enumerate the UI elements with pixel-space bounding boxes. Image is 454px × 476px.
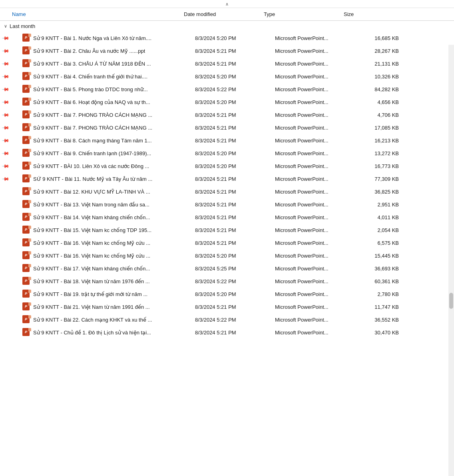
file-date-cell: 8/3/2024 5:21 PM: [195, 189, 275, 195]
scrollbar-track[interactable]: [448, 45, 454, 476]
table-row[interactable]: P Sử 9 KNTT - Bài 16. Việt Nam kc chống …: [0, 249, 454, 262]
pin-icon: 📌: [0, 138, 11, 143]
table-row[interactable]: P Sử 9 KNTT - Bài 21. Việt Nam từ năm 19…: [0, 300, 454, 313]
pin-icon: 📌: [0, 86, 11, 92]
table-row[interactable]: 📌 P SỬ 9 KNTT - Bài 11. Nước Mỹ và Tây Â…: [0, 172, 454, 185]
ppt-file-icon: P: [22, 315, 31, 324]
file-name-cell: P Sử 9 KNTT - Bài 17. Việt Nam kháng chi…: [11, 264, 195, 273]
section-chevron-icon: ∨: [4, 24, 7, 29]
file-name-text: Sử 9 KNTT - Bài 4. Chiến tranh thế giới …: [33, 74, 147, 80]
section-label[interactable]: ∨ Last month: [0, 21, 454, 32]
file-date-cell: 8/3/2024 5:21 PM: [195, 61, 275, 67]
section-label-text: Last month: [10, 23, 35, 29]
file-name-text: Sử 9 KNTT - Bài 16. Việt Nam kc chống Mỹ…: [33, 240, 150, 246]
column-header-size[interactable]: Size: [344, 11, 396, 17]
file-date-cell: 8/3/2024 5:20 PM: [195, 35, 275, 41]
file-size-cell: 36,693 KB: [355, 266, 407, 272]
table-row[interactable]: 📌 P Sử 9 KNTT - Bài 5. Phong trào DTDC t…: [0, 83, 454, 96]
file-name-text: Sử 9 KNTT - Bài 1. Nước Nga và Liên Xô t…: [33, 35, 151, 41]
table-row[interactable]: P Sử 9 KNTT - Bài 13. Việt Nam trong năm…: [0, 198, 454, 211]
pin-icon: 📌: [0, 74, 11, 79]
table-row[interactable]: 📌 P Sử 9 KNTT - BÀI 10. Liên Xô và các n…: [0, 160, 454, 172]
table-row[interactable]: P Sử 9 KNTT - Chủ đề 1. Đô thị Lịch sử v…: [0, 326, 454, 339]
file-name-text: Sử 9 KNTT - Bài 17. Việt Nam kháng chiến…: [33, 266, 150, 272]
file-date-cell: 8/3/2024 5:20 PM: [195, 291, 275, 297]
pin-icon: 📌: [0, 125, 11, 130]
file-type-cell: Microsoft PowerPoint...: [275, 330, 355, 336]
file-size-cell: 16,685 KB: [355, 35, 407, 41]
file-type-cell: Microsoft PowerPoint...: [275, 253, 355, 259]
file-date-cell: 8/3/2024 5:21 PM: [195, 138, 275, 144]
ppt-file-icon: P: [22, 174, 31, 183]
ppt-file-icon: P: [22, 123, 31, 132]
ppt-file-icon: P: [22, 264, 31, 273]
table-row[interactable]: 📌 P Sử 9 KNTT - Bài 7. PHONG TRÀO CÁCH M…: [0, 108, 454, 121]
sort-arrow-row: ∧: [0, 0, 454, 8]
table-row[interactable]: P Sử 9 KNTT - Bài 22. Cách mạng KHKT và …: [0, 313, 454, 326]
table-row[interactable]: 📌 P Sử 9 KNTT - Bài 3. CHÂU Á TỪ NĂM 191…: [0, 57, 454, 70]
file-name-text: Sử 9 KNTT - Chủ đề 1. Đô thị Lịch sử và …: [33, 330, 151, 336]
file-date-cell: 8/3/2024 5:21 PM: [195, 125, 275, 131]
ppt-file-icon: P: [22, 85, 31, 94]
table-row[interactable]: 📌 P Sử 9 KNTT - Bài 6. Hoạt động của NAQ…: [0, 96, 454, 108]
table-row[interactable]: P Sử 9 KNTT - Bài 18. Việt Nam từ năm 19…: [0, 275, 454, 288]
file-type-cell: Microsoft PowerPoint...: [275, 150, 355, 156]
file-size-cell: 28,267 KB: [355, 48, 407, 54]
file-name-cell: P Sử 9 KNTT - BÀI 10. Liên Xô và các nướ…: [11, 162, 195, 170]
ppt-file-icon: P: [22, 46, 31, 55]
pin-icon: 📌: [0, 112, 11, 118]
ppt-file-icon: P: [22, 59, 31, 68]
file-size-cell: 36,552 KB: [355, 317, 407, 323]
table-row[interactable]: 📌 P Sử 9 KNTT - Bài 8. Cách mạng tháng T…: [0, 134, 454, 147]
ppt-file-icon: P: [22, 34, 31, 42]
scrollbar-thumb[interactable]: [449, 293, 453, 309]
file-size-cell: 4,706 KB: [355, 112, 407, 118]
table-row[interactable]: 📌 P Sử 9 KNTT - Bài 1. Nước Nga và Liên …: [0, 32, 454, 44]
file-type-cell: Microsoft PowerPoint...: [275, 304, 355, 310]
file-type-cell: Microsoft PowerPoint...: [275, 48, 355, 54]
file-name-cell: P SỬ 9 KNTT - Bài 11. Nước Mỹ và Tây Âu …: [11, 174, 195, 183]
table-row[interactable]: 📌 P Sử 9 KNTT - Bài 7. PHONG TRÀO CÁCH M…: [0, 121, 454, 134]
ppt-file-icon: P: [22, 149, 31, 158]
table-row[interactable]: 📌 P Sử 9 KNTT - Bài 2. Châu Âu và nước M…: [0, 44, 454, 57]
table-row[interactable]: P Sử 9 KNTT - Bài 15. Việt Nam kc chống …: [0, 224, 454, 236]
column-header-type[interactable]: Type: [264, 11, 344, 17]
pin-icon: 📌: [0, 61, 11, 66]
table-row[interactable]: P Sử 9 KNTT - Bài 16. Việt Nam kc chống …: [0, 236, 454, 249]
file-name-cell: P Sử 9 KNTT - Bài 12. KHU VỰC MỸ LA-TINH…: [11, 187, 195, 196]
file-type-cell: Microsoft PowerPoint...: [275, 240, 355, 246]
file-name-cell: P Sử 9 KNTT - Bài 22. Cách mạng KHKT và …: [11, 315, 195, 324]
ppt-file-icon: P: [22, 290, 31, 298]
table-row[interactable]: 📌 P Sử 9 KNTT - Bài 4. Chiến tranh thế g…: [0, 70, 454, 83]
file-name-cell: P Sử 9 KNTT - Bài 5. Phong trào DTDC tro…: [11, 85, 195, 94]
column-header-date[interactable]: Date modified: [184, 11, 264, 17]
table-row[interactable]: P Sử 9 KNTT - Bài 14. Việt Nam kháng chi…: [0, 211, 454, 224]
file-size-cell: 2,951 KB: [355, 202, 407, 208]
table-row[interactable]: P Sử 9 KNTT - Bài 12. KHU VỰC MỸ LA-TINH…: [0, 185, 454, 198]
pin-icon: 📌: [0, 48, 11, 54]
file-size-cell: 2,780 KB: [355, 291, 407, 297]
file-date-cell: 8/3/2024 5:20 PM: [195, 150, 275, 156]
file-list-container: 📌 P Sử 9 KNTT - Bài 1. Nước Nga và Liên …: [0, 32, 454, 476]
table-row[interactable]: 📌 P Sử 9 KNTT - Bài 9. Chiến tranh lạnh …: [0, 147, 454, 160]
file-name-cell: P Sử 9 KNTT - Bài 7. PHONG TRÀO CÁCH MẠN…: [11, 123, 195, 132]
table-row[interactable]: P Sử 9 KNTT - Bài 17. Việt Nam kháng chi…: [0, 262, 454, 275]
file-size-cell: 15,445 KB: [355, 253, 407, 259]
file-size-cell: 77,309 KB: [355, 176, 407, 182]
file-date-cell: 8/3/2024 5:22 PM: [195, 86, 275, 92]
column-header-name[interactable]: Name: [0, 11, 184, 17]
file-name-text: Sử 9 KNTT - Bài 3. CHÂU Á TỪ NĂM 1918 ĐẾ…: [33, 61, 151, 67]
file-name-text: Sử 9 KNTT - BÀI 10. Liên Xô và các nước …: [33, 163, 149, 169]
file-type-cell: Microsoft PowerPoint...: [275, 35, 355, 41]
file-name-cell: P Sử 9 KNTT - Bài 21. Việt Nam từ năm 19…: [11, 302, 195, 311]
file-name-text: Sử 9 KNTT - Bài 9. Chiến tranh lạnh (194…: [33, 150, 151, 156]
file-size-cell: 16,213 KB: [355, 138, 407, 144]
file-name-text: Sử 9 KNTT - Bài 7. PHONG TRÀO CÁCH MẠNG …: [33, 112, 152, 118]
file-type-cell: Microsoft PowerPoint...: [275, 112, 355, 118]
file-size-cell: 17,085 KB: [355, 125, 407, 131]
ppt-file-icon: P: [22, 277, 31, 286]
table-row[interactable]: P Sử 9 KNTT - Bài 19. trật tự thế giới m…: [0, 288, 454, 300]
file-date-cell: 8/3/2024 5:20 PM: [195, 163, 275, 169]
file-date-cell: 8/3/2024 5:21 PM: [195, 330, 275, 336]
file-date-cell: 8/3/2024 5:22 PM: [195, 278, 275, 284]
